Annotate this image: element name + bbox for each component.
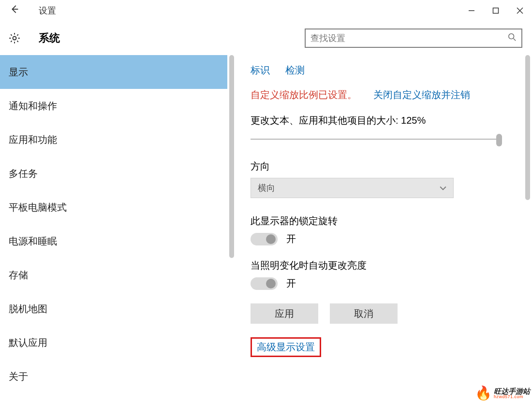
flame-icon: 🔥 — [475, 385, 492, 401]
sidebar-item-label: 应用和功能 — [9, 133, 57, 146]
maximize-button[interactable] — [484, 0, 508, 21]
watermark-url: hzwd571.com — [494, 395, 530, 399]
identify-link[interactable]: 标识 — [251, 65, 270, 75]
auto-brightness-value: 开 — [286, 277, 296, 290]
sidebar-item-label: 存储 — [9, 269, 28, 282]
toggle-knob — [266, 234, 276, 244]
arrow-left-icon — [9, 4, 20, 14]
turn-off-custom-scale-link[interactable]: 关闭自定义缩放并注销 — [373, 89, 470, 100]
watermark: 🔥 旺达手游站 hzwd571.com — [475, 385, 530, 401]
sidebar-item-power-sleep[interactable]: 电源和睡眠 — [0, 224, 227, 258]
lock-rotation-toggle[interactable] — [251, 233, 278, 245]
header: 系统 — [0, 21, 532, 55]
close-button[interactable] — [508, 0, 532, 21]
back-button[interactable] — [0, 4, 29, 17]
sidebar-item-label: 显示 — [9, 66, 28, 79]
svg-rect-2 — [493, 8, 499, 14]
button-row: 应用 取消 — [251, 303, 512, 324]
maximize-icon — [492, 7, 499, 14]
svg-point-5 — [13, 37, 16, 40]
watermark-text: 旺达手游站 — [494, 388, 530, 395]
advanced-display-link[interactable]: 高级显示设置 — [257, 342, 315, 352]
sidebar-item-label: 多任务 — [9, 167, 38, 180]
sidebar-item-multitasking[interactable]: 多任务 — [0, 157, 227, 190]
svg-point-6 — [509, 34, 514, 39]
sidebar-item-display[interactable]: 显示 — [0, 55, 227, 89]
auto-brightness-label: 当照明变化时自动更改亮度 — [251, 259, 512, 272]
page-heading: 系统 — [39, 31, 60, 45]
sidebar-scrollbar[interactable] — [227, 55, 236, 402]
minimize-button[interactable] — [459, 0, 484, 21]
slider-track — [251, 139, 502, 140]
orientation-value: 横向 — [258, 182, 275, 194]
content-scrollbar[interactable] — [523, 55, 532, 402]
titlebar: 设置 — [0, 0, 532, 21]
sidebar-item-about[interactable]: 关于 — [0, 359, 227, 393]
scale-status-text: 自定义缩放比例已设置。 — [251, 89, 357, 100]
sidebar-item-tablet-mode[interactable]: 平板电脑模式 — [0, 190, 227, 224]
minimize-icon — [468, 7, 475, 14]
apply-button[interactable]: 应用 — [251, 303, 318, 324]
sidebar-item-label: 平板电脑模式 — [9, 201, 67, 214]
scale-status-row: 自定义缩放比例已设置。 关闭自定义缩放并注销 — [251, 88, 512, 101]
search-box[interactable] — [305, 29, 522, 48]
search-input[interactable] — [310, 33, 508, 43]
lock-rotation-label: 此显示器的锁定旋转 — [251, 215, 512, 228]
svg-line-7 — [514, 39, 516, 41]
content: 标识 检测 自定义缩放比例已设置。 关闭自定义缩放并注销 更改文本、应用和其他项… — [236, 55, 532, 402]
sidebar-item-label: 通知和操作 — [9, 100, 57, 113]
auto-brightness-row: 开 — [251, 277, 512, 290]
auto-brightness-toggle[interactable] — [251, 277, 278, 290]
sidebar-item-label: 关于 — [9, 370, 28, 383]
scale-label: 更改文本、应用和其他项目的大小: 125% — [251, 114, 512, 127]
sidebar-item-label: 脱机地图 — [9, 302, 47, 316]
display-link-row: 标识 检测 — [251, 64, 512, 77]
scale-slider[interactable] — [251, 132, 502, 146]
settings-gear[interactable] — [0, 32, 29, 44]
toggle-knob — [266, 279, 276, 288]
sidebar-item-default-apps[interactable]: 默认应用 — [0, 326, 227, 359]
search-icon — [508, 33, 517, 43]
sidebar-item-apps[interactable]: 应用和功能 — [0, 123, 227, 157]
sidebar-item-label: 电源和睡眠 — [9, 235, 57, 248]
scrollbar-thumb[interactable] — [229, 55, 234, 258]
gear-icon — [8, 32, 21, 44]
chevron-down-icon — [440, 183, 446, 193]
sidebar-item-label: 默认应用 — [9, 336, 47, 349]
sidebar-item-storage[interactable]: 存储 — [0, 258, 227, 292]
window-title: 设置 — [39, 5, 56, 16]
lock-rotation-row: 开 — [251, 232, 512, 245]
cancel-button[interactable]: 取消 — [330, 303, 398, 324]
slider-thumb[interactable] — [496, 134, 502, 146]
scrollbar-thumb[interactable] — [525, 55, 530, 200]
sidebar-item-offline-maps[interactable]: 脱机地图 — [0, 292, 227, 326]
detect-link[interactable]: 检测 — [285, 65, 305, 75]
orientation-label: 方向 — [251, 160, 512, 173]
main: 显示 通知和操作 应用和功能 多任务 平板电脑模式 电源和睡眠 存储 脱机地图 … — [0, 55, 532, 402]
sidebar: 显示 通知和操作 应用和功能 多任务 平板电脑模式 电源和睡眠 存储 脱机地图 … — [0, 55, 227, 402]
close-icon — [517, 7, 523, 14]
advanced-display-highlight: 高级显示设置 — [251, 337, 321, 357]
sidebar-item-notifications[interactable]: 通知和操作 — [0, 89, 227, 123]
orientation-dropdown[interactable]: 横向 — [251, 178, 454, 198]
lock-rotation-value: 开 — [286, 232, 296, 245]
